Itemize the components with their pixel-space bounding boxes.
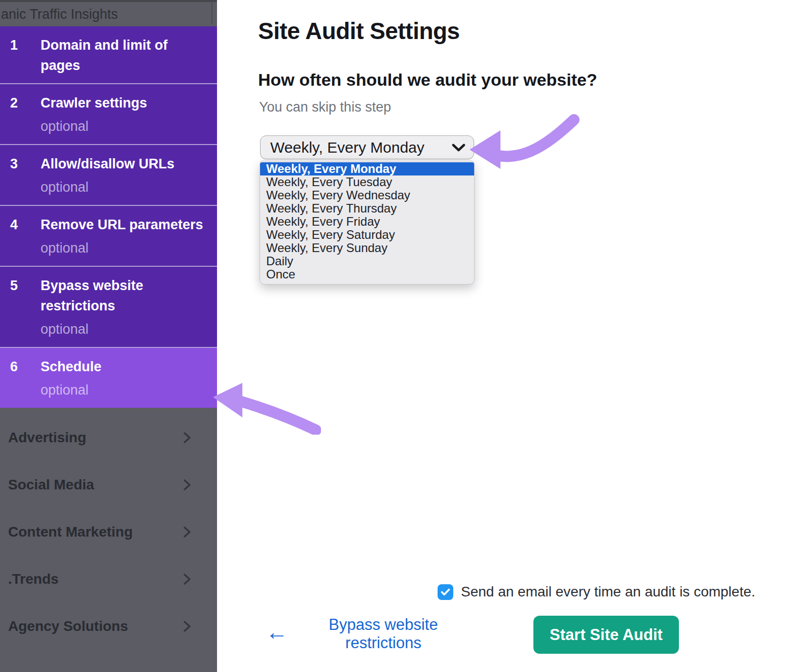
step-number: 5 bbox=[10, 274, 41, 339]
sidebar-item-trends[interactable]: .Trends bbox=[0, 555, 217, 603]
step-optional-tag: optional bbox=[41, 116, 207, 136]
dropdown-option[interactable]: Weekly, Every Thursday bbox=[260, 202, 474, 215]
bypass-restrictions-link[interactable]: Bypass website restrictions bbox=[303, 616, 463, 652]
dropdown-option[interactable]: Weekly, Every Sunday bbox=[260, 241, 474, 255]
dropdown-option[interactable]: Weekly, Every Friday bbox=[260, 215, 474, 228]
audit-frequency-dropdown: Weekly, Every Monday Weekly, Every Tuesd… bbox=[260, 161, 475, 285]
menu-label: Agency Solutions bbox=[8, 618, 128, 634]
dropdown-option[interactable]: Weekly, Every Wednesday bbox=[260, 189, 474, 202]
select-value: Weekly, Every Monday bbox=[270, 139, 424, 156]
step-label: Remove URL parameters bbox=[41, 214, 207, 235]
step-label: Allow/disallow URLs bbox=[41, 153, 207, 174]
chevron-down-icon bbox=[452, 143, 465, 152]
sidebar: anic Traffic Insights 1 Domain and limit… bbox=[0, 0, 217, 672]
chevron-right-icon bbox=[182, 621, 193, 632]
audit-frequency-select[interactable]: Weekly, Every Monday bbox=[260, 135, 474, 159]
menu-label: .Trends bbox=[8, 571, 59, 587]
wizard-steps: 1 Domain and limit of pages 2 Crawler se… bbox=[0, 26, 217, 408]
sidebar-item-content-marketing[interactable]: Content Marketing bbox=[0, 508, 217, 555]
step-number: 1 bbox=[10, 34, 41, 76]
step-number: 4 bbox=[10, 214, 41, 258]
step-schedule[interactable]: 6 Schedule optional bbox=[0, 348, 217, 408]
start-site-audit-button[interactable]: Start Site Audit bbox=[533, 616, 679, 654]
step-label: Domain and limit of pages bbox=[41, 34, 207, 76]
sidebar-header: anic Traffic Insights bbox=[0, 0, 217, 26]
dropdown-option[interactable]: Once bbox=[260, 268, 474, 281]
checkmark-icon bbox=[441, 588, 450, 596]
dropdown-option[interactable]: Weekly, Every Saturday bbox=[260, 228, 474, 241]
annotation-arrow-to-dropdown bbox=[466, 108, 583, 173]
step-number: 2 bbox=[10, 92, 41, 136]
step-domain-and-limit[interactable]: 1 Domain and limit of pages bbox=[0, 26, 217, 84]
step-label: Schedule bbox=[41, 356, 207, 377]
page-title: Site Audit Settings bbox=[258, 17, 460, 45]
menu-label: Content Marketing bbox=[8, 524, 133, 540]
step-optional-tag: optional bbox=[41, 177, 207, 197]
menu-label: Social Media bbox=[8, 477, 94, 493]
sidebar-header-label: anic Traffic Insights bbox=[1, 7, 118, 22]
step-label: Crawler settings bbox=[41, 92, 207, 113]
back-arrow-button[interactable]: ← bbox=[266, 621, 288, 643]
annotation-arrow-to-schedule-step bbox=[212, 376, 321, 435]
step-label: Bypass website restrictions bbox=[41, 274, 207, 316]
email-checkbox[interactable] bbox=[438, 584, 453, 600]
step-number: 3 bbox=[10, 153, 41, 197]
email-checkbox-label: Send an email every time an audit is com… bbox=[461, 584, 755, 600]
dropdown-option[interactable]: Weekly, Every Monday bbox=[260, 162, 474, 175]
sidebar-menu: Advertising Social Media Content Marketi… bbox=[0, 408, 217, 650]
step-crawler-settings[interactable]: 2 Crawler settings optional bbox=[0, 84, 217, 145]
chevron-right-icon bbox=[182, 479, 193, 490]
step-optional-tag: optional bbox=[41, 380, 207, 400]
email-notification-row: Send an email every time an audit is com… bbox=[438, 584, 755, 600]
step-bypass-website-restrictions[interactable]: 5 Bypass website restrictions optional bbox=[0, 267, 217, 348]
sidebar-item-agency-solutions[interactable]: Agency Solutions bbox=[0, 603, 217, 650]
sidebar-item-social-media[interactable]: Social Media bbox=[0, 461, 217, 508]
step-optional-tag: optional bbox=[41, 238, 207, 258]
menu-label: Advertising bbox=[8, 430, 86, 446]
step-optional-tag: optional bbox=[41, 319, 207, 339]
chevron-right-icon bbox=[182, 526, 193, 538]
step-allow-disallow-urls[interactable]: 3 Allow/disallow URLs optional bbox=[0, 145, 217, 206]
step-number: 6 bbox=[10, 356, 41, 400]
chevron-right-icon bbox=[182, 432, 193, 443]
chevron-right-icon bbox=[182, 574, 193, 585]
question-heading: How often should we audit your website? bbox=[258, 70, 597, 90]
dropdown-option[interactable]: Weekly, Every Tuesday bbox=[260, 175, 474, 189]
dropdown-option[interactable]: Daily bbox=[260, 255, 474, 268]
skip-hint: You can skip this step bbox=[259, 99, 391, 115]
step-remove-url-parameters[interactable]: 4 Remove URL parameters optional bbox=[0, 206, 217, 267]
sidebar-item-advertising[interactable]: Advertising bbox=[0, 414, 217, 461]
